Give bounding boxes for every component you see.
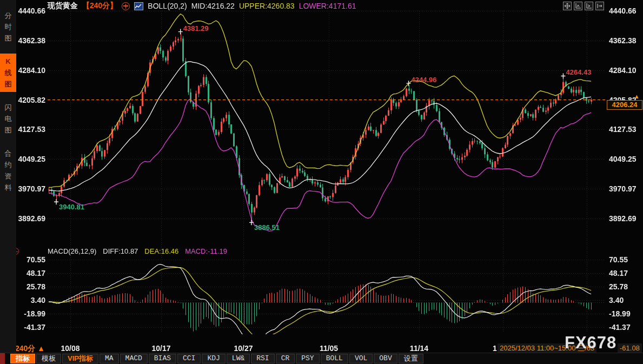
watermark-logo: FX678 <box>565 333 617 353</box>
chart-header: 现货黄金 【240分】 BOLL(20,2) MID:4216.22 UPPER… <box>48 1 356 11</box>
price-axis-label-left: 4127.53 <box>12 125 45 134</box>
toolbar-button-VIP指标[interactable]: VIP指标 <box>62 354 98 363</box>
toolbar-button-KDJ[interactable]: KDJ <box>202 354 225 363</box>
macd-axis-label-left: -18.99 <box>12 309 45 318</box>
toolbar-button-MA[interactable]: MA <box>100 354 119 363</box>
toolbar-button-MACD[interactable]: MACD <box>120 354 148 363</box>
price-axis-label-right: 4284.10 <box>609 66 642 75</box>
macd-axis-label-right: 48.17 <box>609 269 642 277</box>
high-price-annotation: 4381.29 <box>183 24 209 32</box>
toolbar-button-OBV[interactable]: OBV <box>374 354 397 363</box>
price-axis-label-left: 4284.10 <box>12 66 45 75</box>
boll-lower-value: LOWER:4171.61 <box>299 2 356 10</box>
macd-header: MACD(26,12,9) DIFF:10.87 DEA:16.46 MACD:… <box>48 247 227 255</box>
macd-axis-label-right: 25.78 <box>609 282 642 291</box>
low-price-annotation: 3940.81 <box>59 203 84 211</box>
x-axis-label: 10/27 <box>234 344 253 353</box>
price-axis-label-left: 4205.82 <box>12 96 45 104</box>
sidebar-tab-合约资料[interactable]: 合约资料 <box>0 145 16 195</box>
period-label: 【240分】 <box>82 1 117 11</box>
price-axis-label-right: 3970.97 <box>609 184 642 193</box>
toolbar-button-CR[interactable]: CR <box>276 354 295 363</box>
macd-indicator-label: MACD(26,12,9) <box>48 247 96 255</box>
pan-move-icon[interactable] <box>563 2 572 10</box>
corner-marker <box>0 353 5 364</box>
price-axis-label-right: 4362.38 <box>609 36 642 45</box>
macd-axis-label-right: 3.40 <box>609 296 642 305</box>
macd-axis-label-right: -41.37 <box>609 323 642 332</box>
price-up-arrow-icon: ▲ <box>634 93 640 100</box>
add-compare-icon[interactable] <box>122 2 130 10</box>
high-price-annotation: 4264.43 <box>566 68 591 76</box>
macd-dea-value: DEA:16.46 <box>144 247 178 255</box>
shift-right-icon[interactable] <box>595 2 604 10</box>
macd-axis-label-right: -18.99 <box>609 309 642 318</box>
price-axis-label-right: 4049.25 <box>609 155 642 163</box>
boll-upper-value: UPPER:4260.83 <box>239 2 295 10</box>
macd-axis-label-right: 70.55 <box>609 255 642 264</box>
low-price-annotation: 3886.51 <box>254 223 280 231</box>
x-axis-label: 10/08 <box>61 344 79 353</box>
price-chart-canvas[interactable] <box>0 0 643 364</box>
boll-mid-value: MID:4216.22 <box>191 2 235 10</box>
price-axis-label-left: 3892.69 <box>12 214 45 223</box>
price-axis-label-right: 4127.53 <box>609 125 642 134</box>
macd-diff-value: DIFF:10.87 <box>103 247 138 255</box>
macd-macd-value: MACD:-11.19 <box>185 247 227 255</box>
toolbar-button-RSI[interactable]: RSI <box>251 354 274 363</box>
window-controls <box>563 2 604 10</box>
indicator-toolbar: 指标模板VIP指标MAMACDBIASCCIKDJLW&RSICRPSYBOLL… <box>0 353 643 364</box>
chart-type-sidebar: 分时图K线图闪电图合约资料 <box>0 0 16 364</box>
sidebar-tab-闪电图[interactable]: 闪电图 <box>0 100 16 138</box>
x-label-partial: 1 <box>493 344 497 353</box>
sidebar-tab-K线图[interactable]: K线图 <box>0 54 16 92</box>
fit-y-axis-icon[interactable] <box>574 2 582 10</box>
x-axis-label: 10/17 <box>151 344 170 353</box>
macd-axis-label-left: -41.37 <box>12 323 45 332</box>
chart-style-icon[interactable] <box>134 2 143 10</box>
macd-axis-label-left: 3.40 <box>12 296 45 305</box>
sidebar-tab-分时图[interactable]: 分时图 <box>0 8 16 46</box>
instrument-name: 现货黄金 <box>48 1 78 11</box>
price-axis-label-left: 4440.66 <box>12 6 45 15</box>
boll-indicator-label: BOLL(20,2) <box>148 2 187 10</box>
high-price-annotation: 4244.96 <box>412 76 437 84</box>
price-axis-label-left: 4049.25 <box>12 155 45 163</box>
toolbar-button-指标[interactable]: 指标 <box>10 354 35 363</box>
toolbar-button-BIAS[interactable]: BIAS <box>149 354 176 363</box>
macd-axis-label-left: 70.55 <box>12 255 45 264</box>
toolbar-button-LW&[interactable]: LW& <box>227 354 250 363</box>
price-axis-label-left: 4362.38 <box>12 36 45 45</box>
current-price-box: 4206.24 <box>607 100 642 110</box>
toolbar-button-CCI[interactable]: CCI <box>177 354 201 363</box>
toolbar-button-模板[interactable]: 模板 <box>36 354 61 363</box>
macd-axis-label-left: 48.17 <box>12 269 45 277</box>
price-axis-label-left: 3970.97 <box>12 184 45 193</box>
chart-window: 分时图K线图闪电图合约资料 现货黄金 【240分】 BOLL(20,2) MID… <box>0 0 643 364</box>
toolbar-button-BOLL[interactable]: BOLL <box>321 354 348 363</box>
change-value: -61.08 <box>618 343 642 353</box>
toolbar-button-设置[interactable]: 设置 <box>399 354 423 363</box>
x-axis-label: 11/05 <box>320 344 338 353</box>
toolbar-button-PSY[interactable]: PSY <box>296 354 319 363</box>
price-axis-label-right: 4440.66 <box>609 6 642 15</box>
x-axis-label: 11/14 <box>410 344 428 353</box>
fit-x-axis-icon[interactable] <box>585 2 593 10</box>
toolbar-button-VOL[interactable]: VOL <box>349 354 373 363</box>
macd-axis-label-left: 25.78 <box>12 282 45 291</box>
price-axis-label-right: 3892.69 <box>609 214 642 223</box>
